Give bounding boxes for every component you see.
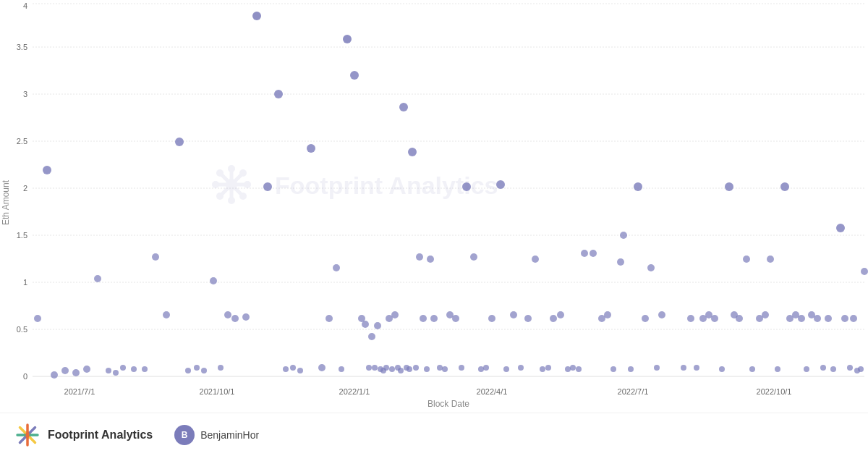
svg-point-54 (290, 365, 296, 371)
svg-text:Footprint Analytics: Footprint Analytics (275, 172, 498, 199)
svg-point-160 (228, 165, 235, 172)
svg-point-107 (565, 366, 571, 372)
svg-point-98 (503, 366, 509, 372)
svg-point-93 (470, 253, 477, 261)
svg-point-99 (510, 311, 517, 318)
svg-point-94 (478, 366, 484, 372)
logo-text: Footprint Analytics (48, 428, 153, 442)
svg-point-83 (420, 315, 427, 322)
svg-point-145 (814, 315, 821, 322)
svg-point-58 (326, 315, 333, 322)
svg-point-138 (775, 366, 780, 372)
svg-point-27 (34, 315, 41, 322)
svg-text:1: 1 (23, 278, 27, 287)
user-info: B BenjaminHor (174, 425, 259, 445)
svg-point-154 (858, 366, 864, 372)
svg-line-177 (30, 427, 35, 432)
svg-point-134 (749, 366, 755, 372)
svg-point-60 (339, 366, 344, 372)
svg-point-115 (617, 258, 624, 266)
svg-point-37 (131, 366, 137, 372)
svg-point-88 (442, 366, 448, 372)
svg-point-108 (570, 365, 576, 371)
svg-point-114 (610, 366, 616, 372)
svg-point-113 (604, 311, 611, 318)
svg-point-61 (343, 35, 352, 43)
svg-point-137 (767, 256, 774, 263)
svg-point-64 (362, 321, 369, 328)
svg-point-102 (532, 256, 539, 263)
svg-point-68 (374, 322, 381, 329)
svg-point-84 (424, 366, 430, 372)
svg-point-40 (163, 311, 170, 318)
svg-point-90 (452, 315, 459, 322)
svg-point-150 (841, 315, 848, 322)
svg-point-36 (120, 365, 126, 371)
svg-point-48 (231, 315, 239, 322)
svg-point-104 (545, 365, 551, 371)
svg-point-148 (830, 366, 836, 372)
svg-point-67 (372, 365, 378, 371)
svg-point-51 (263, 182, 272, 191)
username-label: BenjaminHor (200, 429, 259, 441)
svg-point-74 (391, 311, 399, 318)
svg-point-120 (647, 264, 655, 271)
svg-point-77 (399, 103, 408, 111)
svg-point-41 (175, 138, 184, 146)
svg-point-34 (106, 368, 111, 373)
svg-text:2022/4/1: 2022/4/1 (477, 387, 508, 396)
svg-text:4: 4 (23, 1, 27, 10)
svg-point-44 (201, 368, 207, 373)
svg-point-59 (333, 264, 340, 271)
svg-line-178 (20, 437, 25, 442)
svg-text:Block Date: Block Date (427, 399, 469, 409)
svg-point-39 (152, 253, 159, 261)
svg-point-161 (228, 197, 235, 204)
svg-point-146 (820, 365, 826, 371)
svg-point-65 (366, 365, 372, 371)
svg-point-28 (51, 371, 58, 379)
svg-point-85 (427, 256, 434, 263)
svg-point-103 (540, 366, 545, 372)
svg-point-73 (389, 366, 395, 372)
svg-point-105 (550, 315, 557, 322)
svg-point-151 (847, 365, 853, 371)
svg-point-119 (642, 315, 649, 322)
svg-point-162 (212, 181, 219, 188)
svg-point-129 (719, 366, 725, 372)
svg-point-130 (725, 182, 733, 191)
svg-text:0.5: 0.5 (17, 325, 27, 334)
svg-point-132 (736, 315, 743, 322)
svg-point-87 (437, 365, 443, 371)
svg-text:2021/7/1: 2021/7/1 (64, 387, 95, 396)
svg-point-109 (576, 366, 582, 372)
svg-point-91 (459, 365, 464, 371)
svg-point-110 (581, 250, 588, 257)
svg-text:2022/10/1: 2022/10/1 (757, 387, 792, 396)
svg-rect-0 (0, 0, 868, 413)
svg-point-57 (318, 364, 326, 371)
svg-point-96 (488, 315, 495, 322)
svg-point-149 (836, 224, 845, 232)
svg-text:1.5: 1.5 (17, 231, 27, 240)
svg-point-56 (307, 144, 315, 153)
svg-point-124 (687, 315, 694, 322)
svg-text:3.5: 3.5 (17, 43, 27, 51)
chart-area: 0 0.5 1 1.5 2 2.5 3 3.5 4 Eth Amount 202… (0, 0, 868, 413)
svg-point-155 (861, 268, 868, 275)
svg-text:Eth Amount: Eth Amount (1, 180, 11, 225)
svg-point-47 (224, 311, 231, 318)
svg-point-49 (242, 313, 250, 321)
svg-point-80 (408, 148, 417, 156)
svg-point-45 (210, 277, 217, 284)
svg-point-139 (780, 182, 789, 191)
svg-point-55 (297, 368, 303, 373)
svg-point-32 (43, 166, 51, 174)
svg-point-133 (743, 256, 750, 263)
svg-point-136 (762, 311, 769, 318)
svg-text:2021/10/1: 2021/10/1 (200, 387, 235, 396)
svg-point-147 (825, 315, 832, 322)
svg-point-71 (383, 365, 389, 371)
svg-point-121 (654, 365, 660, 371)
user-avatar: B (174, 425, 195, 445)
